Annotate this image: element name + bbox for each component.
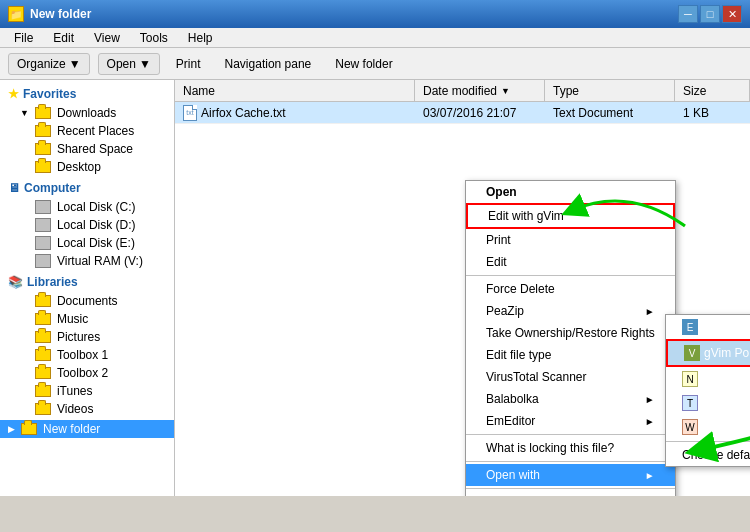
sidebar-item-e-drive[interactable]: ▼ Local Disk (E:) <box>0 234 174 252</box>
maximize-button[interactable]: □ <box>700 5 720 23</box>
menu-bar: File Edit View Tools Help <box>0 28 750 48</box>
submenu-textmaker[interactable]: T Text Maker <box>666 391 750 415</box>
window-controls: ─ □ ✕ <box>678 5 742 23</box>
ctx-ownership-label: Take Ownership/Restore Rights <box>486 326 655 340</box>
sidebar-item-recent[interactable]: ▼ Recent Places <box>0 122 174 140</box>
file-size: 1 KB <box>683 106 709 120</box>
open-button[interactable]: Open ▼ <box>98 53 160 75</box>
submenu-emeditor[interactable]: E EmEditor <box>666 315 750 339</box>
ctx-open-with[interactable]: Open with ► <box>466 464 675 486</box>
submenu-gvim-icon: V <box>684 345 700 361</box>
ctx-peazip-arrow: ► <box>645 306 655 317</box>
col-header-type[interactable]: Type <box>545 80 675 101</box>
drive-icon <box>35 218 51 232</box>
sort-arrow: ▼ <box>501 86 510 96</box>
sidebar-item-toolbox1[interactable]: ▼ Toolbox 1 <box>0 346 174 364</box>
music-label: Music <box>57 312 88 326</box>
sidebar-item-videos[interactable]: ▼ Videos <box>0 400 174 418</box>
menu-edit[interactable]: Edit <box>45 30 82 46</box>
ctx-unlock[interactable]: Unlock with File Governor... <box>466 491 675 496</box>
ctx-sep-2 <box>466 434 675 435</box>
main-container: ★ Favorites ▼ Downloads ▼ Recent Places … <box>0 80 750 496</box>
toolbox2-label: Toolbox 2 <box>57 366 108 380</box>
organize-button[interactable]: Organize ▼ <box>8 53 90 75</box>
col-header-size[interactable]: Size <box>675 80 750 101</box>
sidebar-item-itunes[interactable]: ▼ iTunes <box>0 382 174 400</box>
close-button[interactable]: ✕ <box>722 5 742 23</box>
title-bar: 📁 New folder ─ □ ✕ <box>0 0 750 28</box>
folder-icon <box>35 161 51 173</box>
ctx-unlock-label: Unlock with File Governor... <box>486 495 633 496</box>
sidebar-item-toolbox2[interactable]: ▼ Toolbox 2 <box>0 364 174 382</box>
folder-icon <box>35 107 51 119</box>
sidebar-item-v-drive[interactable]: ▼ Virtual RAM (V:) <box>0 252 174 270</box>
folder-icon <box>35 367 51 379</box>
ctx-edit-filetype[interactable]: Edit file type <box>466 344 675 366</box>
ctx-print[interactable]: Print <box>466 229 675 251</box>
col-header-name[interactable]: Name <box>175 80 415 101</box>
ctx-emeditor[interactable]: EmEditor ► <box>466 410 675 432</box>
sidebar-item-pictures[interactable]: ▼ Pictures <box>0 328 174 346</box>
ctx-balabolka[interactable]: Balabolka ► <box>466 388 675 410</box>
folder-icon <box>35 125 51 137</box>
minimize-button[interactable]: ─ <box>678 5 698 23</box>
sidebar-item-documents[interactable]: ▼ Documents <box>0 292 174 310</box>
col-header-date[interactable]: Date modified ▼ <box>415 80 545 101</box>
open-arrow: ▼ <box>139 57 151 71</box>
ctx-ownership[interactable]: Take Ownership/Restore Rights <box>466 322 675 344</box>
sidebar-item-shared[interactable]: ▼ Shared Space <box>0 140 174 158</box>
col-type-label: Type <box>553 84 579 98</box>
sidebar-recent-label: Recent Places <box>57 124 134 138</box>
menu-help[interactable]: Help <box>180 30 221 46</box>
c-drive-label: Local Disk (C:) <box>57 200 136 214</box>
sidebar-desktop-label: Desktop <box>57 160 101 174</box>
ctx-balabolka-arrow: ► <box>645 394 655 405</box>
sidebar-item-music[interactable]: ▼ Music <box>0 310 174 328</box>
sidebar-item-c-drive[interactable]: ▼ Local Disk (C:) <box>0 198 174 216</box>
ctx-edit[interactable]: Edit <box>466 251 675 273</box>
sidebar-item-desktop[interactable]: ▼ Desktop <box>0 158 174 176</box>
submenu-gvim[interactable]: V gVim Portable (PortableApps.com Launch… <box>666 339 750 367</box>
folder-icon <box>35 143 51 155</box>
open-label: Open <box>107 57 136 71</box>
organize-label: Organize <box>17 57 66 71</box>
sidebar-header-libraries[interactable]: 📚 Libraries <box>0 272 174 292</box>
ctx-locking-label: What is locking this file? <box>486 441 614 455</box>
ctx-virustotal[interactable]: VirusTotal Scanner <box>466 366 675 388</box>
ctx-force-delete[interactable]: Force Delete <box>466 278 675 300</box>
menu-file[interactable]: File <box>6 30 41 46</box>
ctx-sep-1 <box>466 275 675 276</box>
print-button[interactable]: Print <box>168 54 209 74</box>
folder-icon <box>35 295 51 307</box>
sidebar-item-new-folder[interactable]: ▶ New folder <box>0 420 174 438</box>
sidebar-header-favorites[interactable]: ★ Favorites <box>0 84 174 104</box>
ctx-peazip[interactable]: PeaZip ► <box>466 300 675 322</box>
menu-view[interactable]: View <box>86 30 128 46</box>
arrow-icon: ▼ <box>20 108 29 118</box>
ctx-locking[interactable]: What is locking this file? <box>466 437 675 459</box>
sidebar-header-computer[interactable]: 🖥 Computer <box>0 178 174 198</box>
submenu-wordpad[interactable]: W WordPad <box>666 415 750 439</box>
sidebar: ★ Favorites ▼ Downloads ▼ Recent Places … <box>0 80 175 496</box>
sidebar-section-favorites: ★ Favorites ▼ Downloads ▼ Recent Places … <box>0 84 174 176</box>
col-size-label: Size <box>683 84 706 98</box>
submenu-choose-default[interactable]: Choose default program... <box>666 444 750 466</box>
file-list-container: Name Date modified ▼ Type Size txt Airfo… <box>175 80 750 496</box>
file-row[interactable]: txt Airfox Cache.txt 03/07/2016 21:07 Te… <box>175 102 750 124</box>
submenu-notepad[interactable]: N Notepad <box>666 367 750 391</box>
v-drive-label: Virtual RAM (V:) <box>57 254 143 268</box>
new-folder-toolbar-button[interactable]: New folder <box>327 54 400 74</box>
ctx-edit-gvim[interactable]: Edit with gVim <box>466 203 675 229</box>
new-folder-toolbar-label: New folder <box>335 57 392 71</box>
folder-icon <box>35 385 51 397</box>
file-name: Airfox Cache.txt <box>201 106 286 120</box>
folder-icon <box>35 403 51 415</box>
nav-pane-button[interactable]: Navigation pane <box>217 54 320 74</box>
menu-tools[interactable]: Tools <box>132 30 176 46</box>
ctx-balabolka-label: Balabolka <box>486 392 539 406</box>
ctx-open-with-label: Open with <box>486 468 540 482</box>
new-folder-sidebar-label: New folder <box>43 422 100 436</box>
sidebar-item-d-drive[interactable]: ▼ Local Disk (D:) <box>0 216 174 234</box>
sidebar-item-downloads[interactable]: ▼ Downloads <box>0 104 174 122</box>
ctx-open[interactable]: Open <box>466 181 675 203</box>
